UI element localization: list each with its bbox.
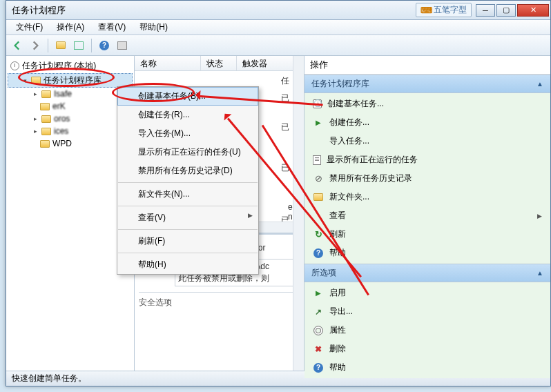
tree-child[interactable]: Isafe bbox=[8, 88, 133, 100]
actions-title: 操作 bbox=[304, 56, 550, 75]
list-cell: 已 bbox=[281, 121, 289, 157]
action-delete[interactable]: 删除 bbox=[304, 340, 550, 358]
menu-help[interactable]: 帮助(H) bbox=[133, 20, 175, 35]
close-button[interactable]: ✕ bbox=[517, 4, 549, 17]
export-icon bbox=[313, 306, 324, 317]
up-button[interactable] bbox=[52, 37, 69, 54]
toolbar bbox=[6, 35, 550, 56]
empty-icon bbox=[313, 136, 324, 147]
action-create-task[interactable]: 创建任务... bbox=[304, 113, 550, 132]
menubar: 文件(F) 操作(A) 查看(V) 帮助(H) bbox=[6, 20, 550, 35]
folder-icon bbox=[313, 193, 323, 201]
actions-section-library[interactable]: 任务计划程序库 ▲ bbox=[304, 75, 550, 93]
action-export[interactable]: 导出... bbox=[304, 302, 550, 321]
action-create-basic-task[interactable]: 创建基本任务... bbox=[304, 95, 550, 113]
folder-icon bbox=[31, 77, 41, 84]
submenu-arrow-icon: ▶ bbox=[537, 213, 542, 219]
toolbar-separator bbox=[91, 39, 92, 52]
refresh-icon bbox=[313, 229, 324, 240]
folder-icon bbox=[40, 140, 50, 148]
cm-disable-history[interactable]: 禁用所有任务历史记录(D) bbox=[117, 161, 258, 180]
tree-root[interactable]: 任务计划程序 (本地) bbox=[8, 59, 133, 73]
status-text: 快速创建简单任务。 bbox=[12, 373, 86, 384]
expand-icon[interactable] bbox=[32, 116, 39, 122]
tree-child[interactable]: oros bbox=[8, 112, 133, 125]
action-new-folder[interactable]: 新文件夹... bbox=[304, 188, 550, 206]
minimize-button[interactable]: ─ bbox=[476, 4, 495, 17]
tree-child[interactable]: erK bbox=[8, 100, 133, 112]
action-refresh[interactable]: 刷新 bbox=[304, 225, 550, 244]
menu-file[interactable]: 文件(F) bbox=[9, 20, 50, 35]
separator bbox=[118, 229, 258, 230]
help-icon bbox=[313, 248, 324, 259]
expand-icon[interactable] bbox=[32, 91, 39, 97]
empty-icon bbox=[313, 210, 324, 222]
folder-up-icon bbox=[56, 41, 66, 49]
actions-section-selected[interactable]: 所选项 ▲ bbox=[304, 264, 550, 282]
action-show-running[interactable]: 显示所有正在运行的任务 bbox=[304, 150, 550, 169]
security-section-label: 安全选项 bbox=[139, 292, 300, 308]
enable-icon bbox=[313, 288, 324, 299]
expand-icon[interactable] bbox=[32, 128, 39, 135]
tree-pane: 任务计划程序 (本地) 任务计划程序库 Isafe erK oros ices … bbox=[6, 56, 135, 371]
nav-back-button[interactable] bbox=[9, 37, 26, 54]
tree-child[interactable]: WPD bbox=[8, 137, 133, 150]
folder-icon bbox=[41, 128, 51, 135]
nav-forward-button[interactable] bbox=[27, 37, 44, 54]
vertical-scrollbar[interactable] bbox=[293, 233, 304, 371]
folder-icon bbox=[40, 103, 50, 110]
body: 任务计划程序 (本地) 任务计划程序库 Isafe erK oros ices … bbox=[6, 56, 550, 371]
cm-refresh[interactable]: 刷新(F) bbox=[117, 232, 258, 251]
play-icon bbox=[313, 117, 324, 128]
action-import-task[interactable]: 导入任务... bbox=[304, 132, 550, 150]
menu-action[interactable]: 操作(A) bbox=[50, 20, 91, 35]
task-icon bbox=[313, 99, 322, 108]
action-help[interactable]: 帮助 bbox=[304, 358, 550, 377]
actions-list: 创建基本任务... 创建任务... 导入任务... 显示所有正在运行的任务 禁用… bbox=[304, 93, 550, 264]
context-menu: 创建基本任务(B)... 创建任务(R)... 导入任务(M)... 显示所有正… bbox=[117, 86, 259, 275]
collapse-icon: ▲ bbox=[536, 80, 543, 88]
action-view[interactable]: 查看▶ bbox=[304, 206, 550, 225]
scheduler-icon bbox=[10, 61, 19, 70]
disable-icon bbox=[313, 173, 324, 184]
help-icon bbox=[313, 362, 324, 373]
action-properties[interactable]: 属性 bbox=[304, 321, 550, 340]
folder-icon bbox=[41, 90, 51, 98]
action-disable-history[interactable]: 禁用所有任务历史记录 bbox=[304, 169, 550, 188]
tree-library[interactable]: 任务计划程序库 bbox=[8, 73, 133, 88]
cm-show-running[interactable]: 显示所有正在运行的任务(U) bbox=[117, 143, 258, 161]
toolbar-separator bbox=[48, 39, 48, 52]
collapse-icon: ▲ bbox=[536, 269, 543, 277]
menu-view[interactable]: 查看(V) bbox=[91, 20, 133, 35]
properties-icon bbox=[313, 325, 324, 336]
delete-icon bbox=[313, 344, 324, 355]
submenu-arrow-icon: ▶ bbox=[248, 212, 253, 219]
separator bbox=[118, 182, 258, 183]
help-icon bbox=[99, 40, 110, 51]
run-toolbar-button[interactable] bbox=[114, 37, 130, 54]
panes-button[interactable] bbox=[70, 37, 87, 54]
cm-view[interactable]: 查看(V)▶ bbox=[117, 208, 258, 227]
maximize-button[interactable]: ▢ bbox=[496, 4, 516, 17]
list-icon bbox=[313, 155, 321, 165]
cm-import-task[interactable]: 导入任务(M)... bbox=[117, 124, 258, 143]
titlebar: 任务计划程序 ⌨ 五笔字型 ─ ▢ ✕ bbox=[6, 1, 550, 20]
action-enable[interactable]: 启用 bbox=[304, 284, 550, 302]
tree-child[interactable]: ices bbox=[8, 125, 133, 137]
app-window: 任务计划程序 ⌨ 五笔字型 ─ ▢ ✕ 文件(F) 操作(A) 查看(V) 帮助… bbox=[6, 0, 551, 386]
expand-icon[interactable] bbox=[22, 77, 28, 84]
cm-create-basic-task[interactable]: 创建基本任务(B)... bbox=[117, 87, 258, 106]
col-name[interactable]: 名称 bbox=[135, 56, 201, 70]
help-toolbar-button[interactable] bbox=[96, 37, 113, 54]
col-status[interactable]: 状态 bbox=[201, 56, 237, 70]
cm-help[interactable]: 帮助(H) bbox=[117, 255, 258, 274]
window-buttons: ─ ▢ ✕ bbox=[474, 4, 550, 17]
ime-badge[interactable]: ⌨ 五笔字型 bbox=[416, 3, 472, 17]
actions-pane: 操作 任务计划程序库 ▲ 创建基本任务... 创建任务... 导入任务... 显… bbox=[304, 56, 550, 371]
cm-new-folder[interactable]: 新文件夹(N)... bbox=[117, 185, 258, 204]
action-help[interactable]: 帮助 bbox=[304, 244, 550, 262]
separator bbox=[118, 206, 258, 206]
ime-icon: ⌨ bbox=[420, 6, 432, 15]
list-cell: 已 bbox=[281, 92, 289, 116]
cm-create-task[interactable]: 创建任务(R)... bbox=[117, 106, 258, 124]
